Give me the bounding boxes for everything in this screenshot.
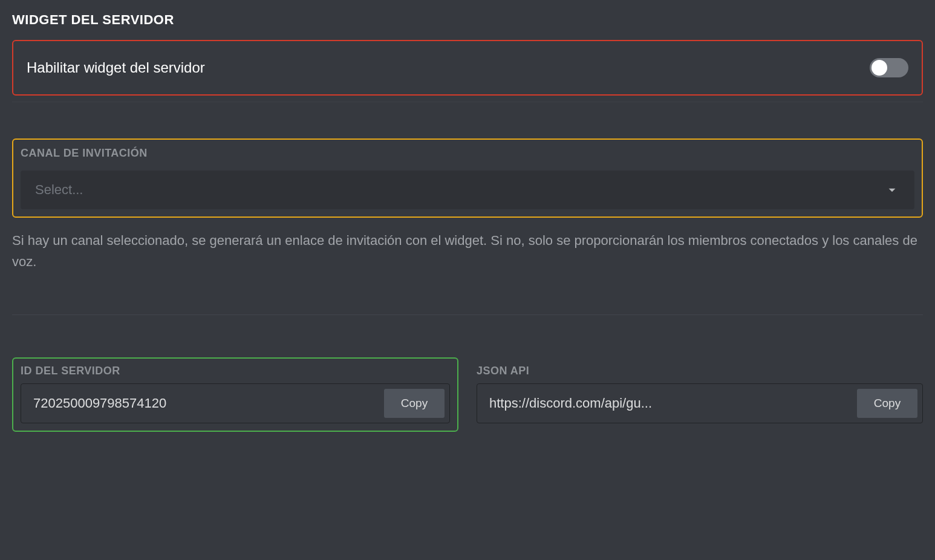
copy-server-id-button[interactable]: Copy bbox=[384, 389, 445, 418]
divider bbox=[12, 102, 923, 102]
json-api-field: https://discord.com/api/gu... Copy bbox=[477, 383, 923, 423]
invite-channel-select[interactable]: Select... bbox=[21, 171, 914, 209]
server-id-field: 720250009798574120 Copy bbox=[21, 383, 450, 423]
section-divider bbox=[12, 314, 923, 315]
server-id-label: ID DEL SERVIDOR bbox=[21, 365, 450, 377]
server-id-group: ID DEL SERVIDOR 720250009798574120 Copy bbox=[12, 357, 458, 432]
json-api-label: JSON API bbox=[477, 365, 923, 377]
invite-channel-placeholder: Select... bbox=[35, 182, 83, 198]
copy-json-api-button[interactable]: Copy bbox=[857, 389, 917, 418]
enable-widget-row: Habilitar widget del servidor bbox=[12, 40, 923, 96]
section-heading: WIDGET DEL SERVIDOR bbox=[12, 12, 923, 28]
invite-channel-group: CANAL DE INVITACIÓN Select... bbox=[12, 138, 923, 218]
chevron-down-icon bbox=[884, 182, 900, 198]
server-id-value[interactable]: 720250009798574120 bbox=[33, 396, 377, 411]
invite-help-text: Si hay un canal seleccionado, se generar… bbox=[12, 230, 923, 272]
enable-widget-label: Habilitar widget del servidor bbox=[27, 59, 205, 76]
id-api-row: ID DEL SERVIDOR 720250009798574120 Copy … bbox=[12, 357, 923, 432]
enable-widget-toggle[interactable] bbox=[870, 58, 908, 77]
toggle-knob bbox=[871, 60, 887, 76]
json-api-group: JSON API https://discord.com/api/gu... C… bbox=[477, 357, 923, 431]
json-api-value[interactable]: https://discord.com/api/gu... bbox=[489, 396, 850, 411]
invite-channel-label: CANAL DE INVITACIÓN bbox=[21, 147, 914, 160]
